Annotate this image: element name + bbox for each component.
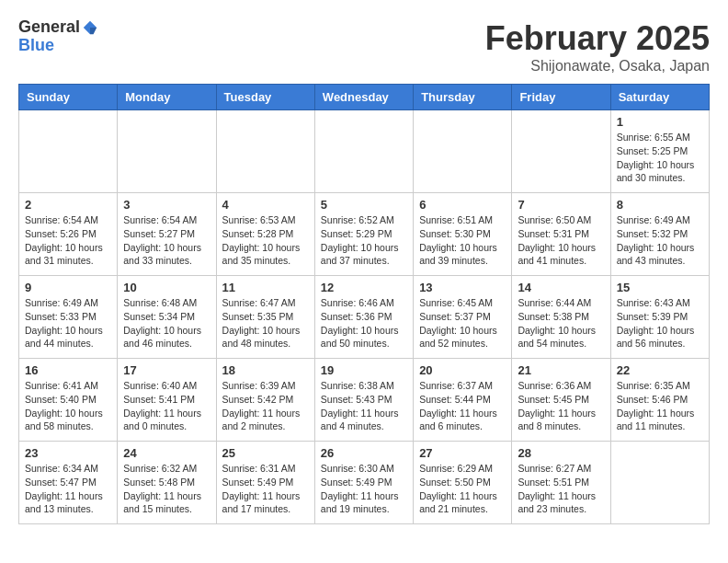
day-number: 15 [617,281,703,294]
calendar-header-monday: Monday [118,85,216,110]
week-row-4: 16Sunrise: 6:41 AM Sunset: 5:40 PM Dayli… [19,359,710,442]
calendar-cell: 24Sunrise: 6:32 AM Sunset: 5:48 PM Dayli… [118,442,216,524]
day-info: Sunrise: 6:34 AM Sunset: 5:47 PM Dayligh… [25,462,111,516]
day-number: 16 [25,363,111,377]
day-number: 23 [25,446,111,460]
week-row-5: 23Sunrise: 6:34 AM Sunset: 5:47 PM Dayli… [19,442,710,524]
page-header: General Blue February 2025 Shijonawate, … [18,18,710,75]
calendar-cell: 22Sunrise: 6:35 AM Sunset: 5:46 PM Dayli… [610,359,709,442]
day-info: Sunrise: 6:30 AM Sunset: 5:49 PM Dayligh… [321,462,407,516]
calendar-cell: 7Sunrise: 6:50 AM Sunset: 5:31 PM Daylig… [512,193,610,276]
calendar-cell: 6Sunrise: 6:51 AM Sunset: 5:30 PM Daylig… [414,193,512,276]
calendar-cell [216,110,314,193]
day-info: Sunrise: 6:27 AM Sunset: 5:51 PM Dayligh… [518,462,604,516]
day-info: Sunrise: 6:35 AM Sunset: 5:46 PM Dayligh… [617,379,703,433]
calendar-header-sunday: Sunday [19,85,118,110]
day-info: Sunrise: 6:54 AM Sunset: 5:27 PM Dayligh… [123,213,210,268]
day-number: 28 [518,446,604,460]
calendar-cell [512,110,610,193]
day-number: 1 [617,115,703,129]
calendar-cell: 9Sunrise: 6:49 AM Sunset: 5:33 PM Daylig… [19,276,118,359]
calendar-header-wednesday: Wednesday [314,85,413,110]
day-number: 26 [321,446,407,460]
calendar-cell: 19Sunrise: 6:38 AM Sunset: 5:43 PM Dayli… [314,359,413,442]
calendar-cell: 23Sunrise: 6:34 AM Sunset: 5:47 PM Dayli… [19,442,118,524]
day-info: Sunrise: 6:29 AM Sunset: 5:50 PM Dayligh… [419,462,506,516]
day-number: 2 [25,198,111,212]
day-number: 27 [419,446,506,460]
day-info: Sunrise: 6:36 AM Sunset: 5:45 PM Dayligh… [518,379,604,433]
calendar-cell: 27Sunrise: 6:29 AM Sunset: 5:50 PM Dayli… [414,442,512,524]
calendar-table: SundayMondayTuesdayWednesdayThursdayFrid… [18,84,710,524]
calendar-cell: 21Sunrise: 6:36 AM Sunset: 5:45 PM Dayli… [512,359,610,442]
calendar-cell [118,110,216,193]
calendar-cell: 10Sunrise: 6:48 AM Sunset: 5:34 PM Dayli… [118,276,216,359]
day-number: 18 [222,363,309,377]
calendar-cell: 13Sunrise: 6:45 AM Sunset: 5:37 PM Dayli… [414,276,512,359]
calendar-cell: 8Sunrise: 6:49 AM Sunset: 5:32 PM Daylig… [610,193,709,276]
day-number: 8 [617,198,703,212]
day-number: 25 [222,446,309,460]
day-number: 24 [123,446,210,460]
logo-general-text: General [18,18,80,37]
day-number: 4 [222,198,309,212]
calendar-cell: 26Sunrise: 6:30 AM Sunset: 5:49 PM Dayli… [314,442,413,524]
day-info: Sunrise: 6:47 AM Sunset: 5:35 PM Dayligh… [222,296,309,350]
calendar-header-tuesday: Tuesday [216,85,314,110]
day-number: 17 [123,363,210,377]
title-section: February 2025 Shijonawate, Osaka, Japan [485,18,710,75]
day-number: 5 [321,198,407,212]
day-info: Sunrise: 6:46 AM Sunset: 5:36 PM Dayligh… [321,296,407,350]
day-number: 14 [518,281,604,294]
day-number: 10 [123,281,210,294]
calendar-cell: 15Sunrise: 6:43 AM Sunset: 5:39 PM Dayli… [610,276,709,359]
day-number: 19 [321,363,407,377]
day-info: Sunrise: 6:31 AM Sunset: 5:49 PM Dayligh… [222,462,309,516]
calendar-header-friday: Friday [512,85,610,110]
day-info: Sunrise: 6:44 AM Sunset: 5:38 PM Dayligh… [518,296,604,350]
calendar-cell: 18Sunrise: 6:39 AM Sunset: 5:42 PM Dayli… [216,359,314,442]
calendar-cell [314,110,413,193]
calendar-header-thursday: Thursday [414,85,512,110]
calendar-cell: 1Sunrise: 6:55 AM Sunset: 5:25 PM Daylig… [610,110,709,193]
day-info: Sunrise: 6:39 AM Sunset: 5:42 PM Dayligh… [222,379,309,433]
week-row-3: 9Sunrise: 6:49 AM Sunset: 5:33 PM Daylig… [19,276,710,359]
logo-icon [82,19,98,36]
day-info: Sunrise: 6:49 AM Sunset: 5:33 PM Dayligh… [25,296,111,350]
day-number: 20 [419,363,506,377]
calendar-subtitle: Shijonawate, Osaka, Japan [485,58,710,75]
day-info: Sunrise: 6:32 AM Sunset: 5:48 PM Dayligh… [123,462,210,516]
calendar-header-saturday: Saturday [610,85,709,110]
calendar-cell [414,110,512,193]
day-number: 22 [617,363,703,377]
calendar-cell: 14Sunrise: 6:44 AM Sunset: 5:38 PM Dayli… [512,276,610,359]
calendar-cell: 16Sunrise: 6:41 AM Sunset: 5:40 PM Dayli… [19,359,118,442]
day-number: 7 [518,198,604,212]
calendar-cell: 28Sunrise: 6:27 AM Sunset: 5:51 PM Dayli… [512,442,610,524]
day-number: 6 [419,198,506,212]
day-info: Sunrise: 6:51 AM Sunset: 5:30 PM Dayligh… [419,213,506,268]
calendar-cell: 3Sunrise: 6:54 AM Sunset: 5:27 PM Daylig… [118,193,216,276]
day-info: Sunrise: 6:53 AM Sunset: 5:28 PM Dayligh… [222,213,309,268]
calendar-cell [610,442,709,524]
day-info: Sunrise: 6:52 AM Sunset: 5:29 PM Dayligh… [321,213,407,268]
svg-marker-1 [90,28,97,34]
week-row-2: 2Sunrise: 6:54 AM Sunset: 5:26 PM Daylig… [19,193,710,276]
day-info: Sunrise: 6:48 AM Sunset: 5:34 PM Dayligh… [123,296,210,350]
day-number: 11 [222,281,309,294]
day-info: Sunrise: 6:50 AM Sunset: 5:31 PM Dayligh… [518,213,604,268]
calendar-title: February 2025 [485,18,710,58]
day-number: 9 [25,281,111,294]
day-number: 21 [518,363,604,377]
calendar-cell: 4Sunrise: 6:53 AM Sunset: 5:28 PM Daylig… [216,193,314,276]
calendar-cell: 25Sunrise: 6:31 AM Sunset: 5:49 PM Dayli… [216,442,314,524]
logo: General Blue [18,18,98,55]
calendar-cell: 2Sunrise: 6:54 AM Sunset: 5:26 PM Daylig… [19,193,118,276]
day-info: Sunrise: 6:45 AM Sunset: 5:37 PM Dayligh… [419,296,506,350]
calendar-cell: 12Sunrise: 6:46 AM Sunset: 5:36 PM Dayli… [314,276,413,359]
day-info: Sunrise: 6:55 AM Sunset: 5:25 PM Dayligh… [617,131,703,185]
calendar-cell [19,110,118,193]
day-info: Sunrise: 6:40 AM Sunset: 5:41 PM Dayligh… [123,379,210,433]
calendar-header-row: SundayMondayTuesdayWednesdayThursdayFrid… [19,85,710,110]
logo-blue-text: Blue [18,37,54,55]
